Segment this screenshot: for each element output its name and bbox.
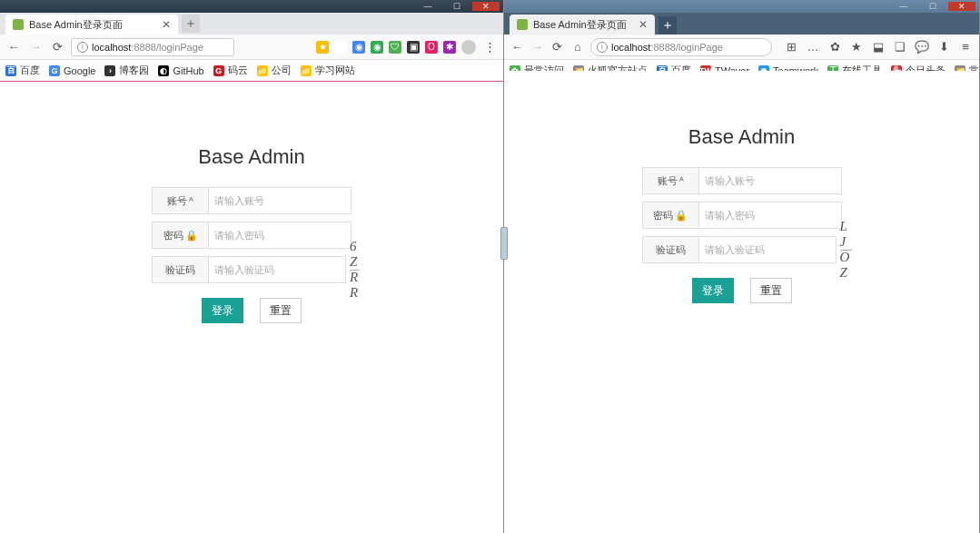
toolbar-icon[interactable]: ✿ bbox=[827, 39, 843, 55]
captcha-image[interactable]: L J O Z bbox=[840, 236, 852, 263]
tab-favicon bbox=[13, 19, 24, 30]
window-minimize-button[interactable]: — bbox=[414, 2, 441, 11]
password-row: 密码🔒 bbox=[642, 202, 842, 229]
extension-icon[interactable]: ✱ bbox=[443, 41, 456, 54]
nav-back-icon[interactable]: ← bbox=[510, 39, 524, 55]
toolbar-icon[interactable]: ❏ bbox=[892, 39, 908, 55]
site-info-icon[interactable]: i bbox=[597, 42, 608, 53]
site-info-icon[interactable]: i bbox=[77, 42, 88, 53]
window-resize-handle[interactable] bbox=[500, 227, 508, 260]
toolbar-icon[interactable]: ⬇ bbox=[935, 39, 952, 55]
nav-home-icon[interactable]: ⌂ bbox=[570, 39, 585, 55]
window-close-button[interactable]: ✕ bbox=[948, 2, 975, 11]
bookmark-label: 码云 bbox=[228, 64, 248, 77]
new-tab-button[interactable]: ＋ bbox=[658, 16, 677, 35]
password-input[interactable] bbox=[209, 222, 351, 248]
new-tab-button[interactable]: ＋ bbox=[182, 15, 200, 33]
reset-button[interactable]: 重置 bbox=[260, 298, 302, 323]
form-title: Base Admin bbox=[642, 125, 842, 149]
page-content: Base Admin 账号ᴬ 密码🔒 验证码 L J O Z 登录 重置 bbox=[504, 71, 979, 533]
password-row: 密码🔒 bbox=[152, 222, 351, 249]
bookmark-item[interactable]: 📁学习网站 bbox=[301, 64, 355, 77]
window-maximize-button[interactable]: ☐ bbox=[443, 2, 470, 11]
bookmark-label: GitHub bbox=[173, 65, 203, 76]
username-label: 账号ᴬ bbox=[643, 168, 699, 193]
extension-icon[interactable]: ▣ bbox=[407, 41, 420, 54]
window-maximize-button[interactable]: ☐ bbox=[919, 2, 946, 11]
password-label: 密码🔒 bbox=[643, 202, 699, 228]
browser-tab[interactable]: Base Admin登录页面 ✕ bbox=[5, 15, 178, 35]
url-port: :8888 bbox=[650, 42, 676, 53]
bookmark-item[interactable]: GGoogle bbox=[49, 65, 95, 76]
bookmark-label: 博客园 bbox=[119, 64, 149, 77]
bookmark-item[interactable]: G码云 bbox=[213, 64, 248, 77]
right-browser-window: — ☐ ✕ Base Admin登录页面 ✕ ＋ ← → ⟳ ⌂ i local… bbox=[504, 0, 980, 533]
url-host: localhost bbox=[92, 42, 131, 53]
bookmark-label: 公司 bbox=[272, 64, 292, 77]
toolbar-icon[interactable]: … bbox=[805, 39, 821, 55]
tab-title: Base Admin登录页面 bbox=[533, 18, 627, 32]
tab-strip: Base Admin登录页面 ✕ ＋ bbox=[504, 13, 979, 35]
captcha-image[interactable]: 6 Z R R bbox=[350, 256, 360, 283]
bookmark-item[interactable]: ◐GitHub bbox=[158, 65, 203, 76]
captcha-input[interactable] bbox=[699, 237, 836, 262]
username-row: 账号ᴬ bbox=[642, 167, 842, 194]
form-buttons: 登录 重置 bbox=[152, 298, 351, 323]
profile-avatar-icon[interactable] bbox=[461, 40, 476, 54]
tab-strip: Base Admin登录页面 ✕ ＋ bbox=[0, 13, 503, 35]
window-minimize-button[interactable]: — bbox=[890, 2, 917, 11]
login-form: Base Admin 账号ᴬ 密码🔒 验证码 6 Z R R 登录 重置 bbox=[152, 145, 351, 533]
extension-icon[interactable]: ◉ bbox=[371, 41, 383, 54]
nav-forward-icon[interactable]: → bbox=[530, 39, 544, 55]
bookmark-icon: › bbox=[104, 65, 115, 76]
url-input[interactable]: i localhost:8888/loginPage bbox=[590, 38, 772, 56]
window-titlebar: — ☐ ✕ bbox=[504, 0, 979, 13]
nav-back-icon[interactable]: ← bbox=[5, 39, 22, 55]
reset-button[interactable]: 重置 bbox=[750, 278, 792, 303]
toolbar-icon[interactable]: ≡ bbox=[957, 39, 974, 55]
extension-icon[interactable]: ⬚ bbox=[334, 41, 347, 54]
address-bar: ← → ⟳ ⌂ i localhost:8888/loginPage ⊞…✿★⬓… bbox=[504, 35, 979, 60]
browser-tab[interactable]: Base Admin登录页面 ✕ bbox=[510, 15, 655, 35]
bookmark-icon: G bbox=[213, 65, 224, 76]
tab-close-icon[interactable]: ✕ bbox=[638, 18, 648, 31]
page-content: Base Admin 账号ᴬ 密码🔒 验证码 6 Z R R 登录 重置 bbox=[0, 82, 503, 533]
captcha-row: 验证码 6 Z R R bbox=[152, 256, 351, 283]
username-input[interactable] bbox=[699, 168, 841, 193]
nav-forward-icon[interactable]: → bbox=[27, 39, 44, 55]
extension-icon[interactable]: ◉ bbox=[352, 41, 365, 54]
username-label: 账号ᴬ bbox=[153, 188, 209, 213]
username-input[interactable] bbox=[209, 188, 351, 213]
nav-reload-icon[interactable]: ⟳ bbox=[49, 39, 65, 55]
bookmark-item[interactable]: 百百度 bbox=[5, 64, 40, 77]
tab-favicon bbox=[517, 19, 528, 30]
browser-menu-icon[interactable]: ⋮ bbox=[481, 39, 498, 55]
login-button[interactable]: 登录 bbox=[202, 298, 243, 323]
url-port: :8888 bbox=[131, 42, 156, 53]
login-button[interactable]: 登录 bbox=[692, 278, 734, 303]
captcha-label: 验证码 bbox=[153, 257, 209, 282]
toolbar-icon[interactable]: 💬 bbox=[914, 39, 930, 55]
toolbar-icon[interactable]: ⊞ bbox=[783, 39, 799, 55]
bookmark-item[interactable]: ›博客园 bbox=[104, 64, 149, 77]
extension-icon[interactable]: ★ bbox=[316, 41, 329, 54]
captcha-label: 验证码 bbox=[643, 237, 699, 262]
toolbar-icon[interactable]: ⬓ bbox=[870, 39, 886, 55]
password-input[interactable] bbox=[699, 202, 841, 228]
toolbar-icons: ⊞…✿★⬓❏💬⬇≡ bbox=[783, 39, 974, 55]
nav-reload-icon[interactable]: ⟳ bbox=[550, 39, 565, 55]
extension-icon[interactable]: O bbox=[425, 41, 438, 54]
captcha-row: 验证码 L J O Z bbox=[642, 236, 842, 263]
lock-icon: 🔒 bbox=[185, 230, 198, 242]
toolbar-icon[interactable]: ★ bbox=[848, 39, 865, 55]
bookmark-item[interactable]: 📁公司 bbox=[257, 64, 292, 77]
captcha-input[interactable] bbox=[209, 257, 345, 282]
url-input[interactable]: i localhost:8888/loginPage bbox=[71, 38, 234, 56]
tab-close-icon[interactable]: ✕ bbox=[162, 18, 171, 31]
username-row: 账号ᴬ bbox=[152, 187, 351, 214]
url-host: localhost bbox=[611, 42, 650, 53]
extension-icon[interactable]: 🛡 bbox=[389, 41, 401, 54]
window-close-button[interactable]: ✕ bbox=[472, 2, 500, 11]
tab-title: Base Admin登录页面 bbox=[29, 18, 123, 32]
bookmark-icon: 📁 bbox=[301, 65, 312, 76]
